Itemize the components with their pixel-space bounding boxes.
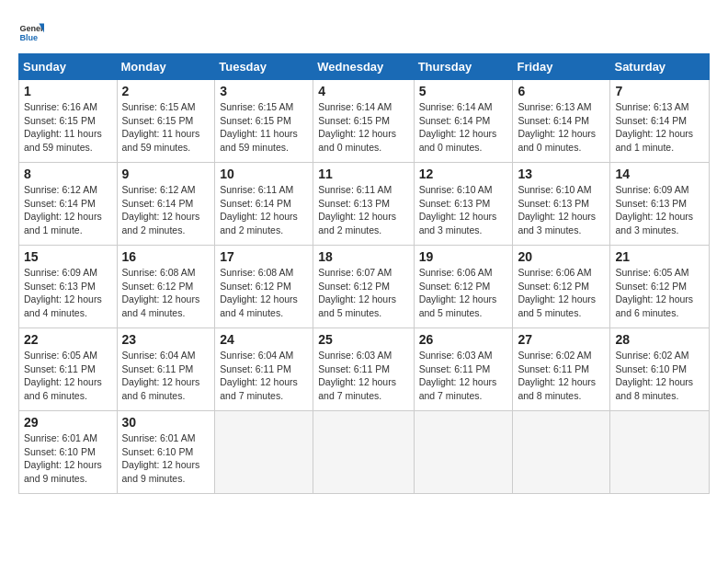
weekday-header-saturday: Saturday — [610, 54, 710, 80]
day-number: 14 — [615, 167, 704, 181]
empty-cell — [513, 411, 610, 494]
day-number: 19 — [419, 249, 508, 264]
day-cell-5: 5Sunrise: 6:14 AMSunset: 6:14 PMDaylight… — [414, 80, 513, 163]
day-number: 15 — [24, 249, 112, 264]
day-number: 6 — [518, 84, 605, 98]
day-cell-10: 10Sunrise: 6:11 AMSunset: 6:14 PMDayligh… — [215, 163, 313, 246]
day-detail: Sunrise: 6:08 AMSunset: 6:12 PMDaylight:… — [122, 266, 210, 320]
day-cell-21: 21Sunrise: 6:05 AMSunset: 6:12 PMDayligh… — [610, 246, 710, 328]
day-number: 23 — [122, 332, 210, 347]
day-cell-19: 19Sunrise: 6:06 AMSunset: 6:12 PMDayligh… — [414, 246, 513, 328]
empty-cell — [414, 411, 513, 494]
calendar-row-week-4: 22Sunrise: 6:05 AMSunset: 6:11 PMDayligh… — [19, 328, 710, 411]
day-detail: Sunrise: 6:13 AMSunset: 6:14 PMDaylight:… — [518, 100, 605, 155]
weekday-header-wednesday: Wednesday — [313, 54, 414, 80]
day-cell-9: 9Sunrise: 6:12 AMSunset: 6:14 PMDaylight… — [117, 163, 215, 246]
day-number: 3 — [220, 84, 308, 98]
day-number: 2 — [122, 84, 210, 98]
day-number: 22 — [24, 332, 112, 347]
day-cell-17: 17Sunrise: 6:08 AMSunset: 6:12 PMDayligh… — [215, 246, 313, 328]
day-cell-24: 24Sunrise: 6:04 AMSunset: 6:11 PMDayligh… — [215, 328, 313, 411]
day-detail: Sunrise: 6:06 AMSunset: 6:12 PMDaylight:… — [419, 266, 508, 320]
day-cell-13: 13Sunrise: 6:10 AMSunset: 6:13 PMDayligh… — [513, 163, 610, 246]
page-header: General Blue — [18, 18, 710, 44]
day-cell-6: 6Sunrise: 6:13 AMSunset: 6:14 PMDaylight… — [513, 80, 610, 163]
day-number: 24 — [220, 332, 308, 347]
day-number: 13 — [518, 167, 605, 181]
day-number: 7 — [615, 84, 704, 98]
day-number: 12 — [419, 167, 508, 181]
day-detail: Sunrise: 6:04 AMSunset: 6:11 PMDaylight:… — [122, 349, 210, 403]
day-number: 20 — [518, 249, 605, 264]
logo-icon: General Blue — [18, 18, 44, 44]
day-number: 11 — [318, 167, 408, 181]
day-number: 16 — [122, 249, 210, 264]
day-detail: Sunrise: 6:07 AMSunset: 6:12 PMDaylight:… — [318, 266, 408, 320]
day-cell-14: 14Sunrise: 6:09 AMSunset: 6:13 PMDayligh… — [610, 163, 710, 246]
day-detail: Sunrise: 6:01 AMSunset: 6:10 PMDaylight:… — [122, 431, 210, 486]
day-number: 25 — [318, 332, 408, 347]
day-cell-16: 16Sunrise: 6:08 AMSunset: 6:12 PMDayligh… — [117, 246, 215, 328]
day-cell-23: 23Sunrise: 6:04 AMSunset: 6:11 PMDayligh… — [117, 328, 215, 411]
day-cell-8: 8Sunrise: 6:12 AMSunset: 6:14 PMDaylight… — [19, 163, 118, 246]
day-number: 10 — [220, 167, 308, 181]
day-cell-1: 1Sunrise: 6:16 AMSunset: 6:15 PMDaylight… — [19, 80, 118, 163]
day-number: 5 — [419, 84, 508, 98]
day-detail: Sunrise: 6:02 AMSunset: 6:10 PMDaylight:… — [615, 349, 704, 403]
day-detail: Sunrise: 6:03 AMSunset: 6:11 PMDaylight:… — [318, 349, 408, 403]
day-cell-29: 29Sunrise: 6:01 AMSunset: 6:10 PMDayligh… — [19, 411, 118, 494]
day-cell-18: 18Sunrise: 6:07 AMSunset: 6:12 PMDayligh… — [313, 246, 414, 328]
day-detail: Sunrise: 6:09 AMSunset: 6:13 PMDaylight:… — [615, 183, 704, 237]
day-detail: Sunrise: 6:12 AMSunset: 6:14 PMDaylight:… — [122, 183, 210, 237]
calendar-row-week-3: 15Sunrise: 6:09 AMSunset: 6:13 PMDayligh… — [19, 246, 710, 328]
weekday-header-friday: Friday — [513, 54, 610, 80]
weekday-header-row: SundayMondayTuesdayWednesdayThursdayFrid… — [19, 54, 710, 80]
empty-cell — [215, 411, 313, 494]
day-detail: Sunrise: 6:03 AMSunset: 6:11 PMDaylight:… — [419, 349, 508, 403]
day-detail: Sunrise: 6:09 AMSunset: 6:13 PMDaylight:… — [24, 266, 112, 320]
day-detail: Sunrise: 6:05 AMSunset: 6:11 PMDaylight:… — [24, 349, 112, 403]
day-detail: Sunrise: 6:14 AMSunset: 6:15 PMDaylight:… — [318, 100, 408, 155]
day-cell-4: 4Sunrise: 6:14 AMSunset: 6:15 PMDaylight… — [313, 80, 414, 163]
day-detail: Sunrise: 6:16 AMSunset: 6:15 PMDaylight:… — [24, 100, 112, 155]
day-detail: Sunrise: 6:13 AMSunset: 6:14 PMDaylight:… — [615, 100, 704, 155]
calendar-row-week-5: 29Sunrise: 6:01 AMSunset: 6:10 PMDayligh… — [19, 411, 710, 494]
day-number: 4 — [318, 84, 408, 98]
day-number: 30 — [122, 415, 210, 430]
day-number: 28 — [615, 332, 704, 347]
day-detail: Sunrise: 6:14 AMSunset: 6:14 PMDaylight:… — [419, 100, 508, 155]
day-cell-22: 22Sunrise: 6:05 AMSunset: 6:11 PMDayligh… — [19, 328, 118, 411]
day-detail: Sunrise: 6:11 AMSunset: 6:13 PMDaylight:… — [318, 183, 408, 237]
day-detail: Sunrise: 6:10 AMSunset: 6:13 PMDaylight:… — [419, 183, 508, 237]
day-cell-30: 30Sunrise: 6:01 AMSunset: 6:10 PMDayligh… — [117, 411, 215, 494]
day-cell-3: 3Sunrise: 6:15 AMSunset: 6:15 PMDaylight… — [215, 80, 313, 163]
day-cell-28: 28Sunrise: 6:02 AMSunset: 6:10 PMDayligh… — [610, 328, 710, 411]
day-number: 27 — [518, 332, 605, 347]
day-number: 8 — [24, 167, 112, 181]
day-cell-27: 27Sunrise: 6:02 AMSunset: 6:11 PMDayligh… — [513, 328, 610, 411]
weekday-header-thursday: Thursday — [414, 54, 513, 80]
day-cell-2: 2Sunrise: 6:15 AMSunset: 6:15 PMDaylight… — [117, 80, 215, 163]
calendar-table: SundayMondayTuesdayWednesdayThursdayFrid… — [18, 53, 710, 494]
day-number: 18 — [318, 249, 408, 264]
day-cell-15: 15Sunrise: 6:09 AMSunset: 6:13 PMDayligh… — [19, 246, 118, 328]
empty-cell — [610, 411, 710, 494]
weekday-header-sunday: Sunday — [19, 54, 118, 80]
empty-cell — [313, 411, 414, 494]
day-detail: Sunrise: 6:04 AMSunset: 6:11 PMDaylight:… — [220, 349, 308, 403]
day-detail: Sunrise: 6:12 AMSunset: 6:14 PMDaylight:… — [24, 183, 112, 237]
day-number: 21 — [615, 249, 704, 264]
day-detail: Sunrise: 6:06 AMSunset: 6:12 PMDaylight:… — [518, 266, 605, 320]
logo: General Blue — [18, 18, 48, 44]
calendar-row-week-2: 8Sunrise: 6:12 AMSunset: 6:14 PMDaylight… — [19, 163, 710, 246]
svg-text:Blue: Blue — [19, 33, 38, 42]
day-number: 26 — [419, 332, 508, 347]
day-cell-7: 7Sunrise: 6:13 AMSunset: 6:14 PMDaylight… — [610, 80, 710, 163]
day-number: 1 — [24, 84, 112, 98]
calendar-row-week-1: 1Sunrise: 6:16 AMSunset: 6:15 PMDaylight… — [19, 80, 710, 163]
day-detail: Sunrise: 6:15 AMSunset: 6:15 PMDaylight:… — [220, 100, 308, 155]
day-cell-11: 11Sunrise: 6:11 AMSunset: 6:13 PMDayligh… — [313, 163, 414, 246]
day-number: 9 — [122, 167, 210, 181]
day-detail: Sunrise: 6:08 AMSunset: 6:12 PMDaylight:… — [220, 266, 308, 320]
day-number: 17 — [220, 249, 308, 264]
